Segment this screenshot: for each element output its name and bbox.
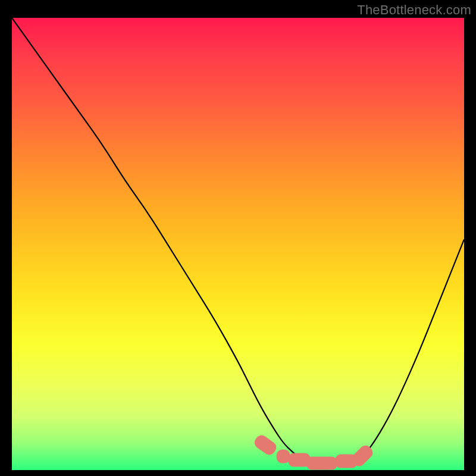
plot-area xyxy=(12,18,464,470)
watermark-text: TheBottleneck.com xyxy=(357,2,471,18)
chart-frame: TheBottleneck.com xyxy=(0,0,476,476)
curve-marker xyxy=(306,456,337,470)
curve-layer xyxy=(12,18,464,470)
bottleneck-curve xyxy=(12,18,464,465)
